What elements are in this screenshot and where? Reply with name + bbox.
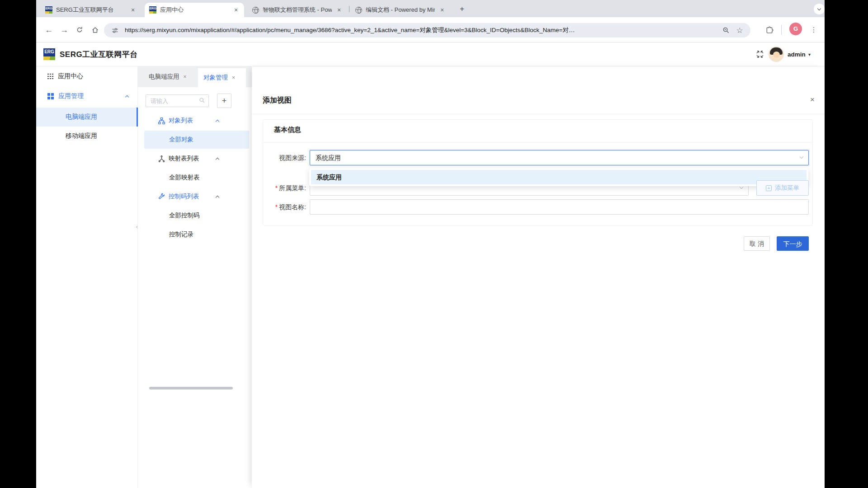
tab-title: 编辑文档 - Powered by MinDo xyxy=(366,6,435,14)
tab-title: 智物联文档管理系统 - Powered xyxy=(263,6,332,14)
sidebar-item-mobile-apps[interactable]: 移动端应用 xyxy=(36,127,138,145)
tab-close-icon[interactable]: × xyxy=(335,6,343,14)
new-tab-button[interactable]: + xyxy=(457,4,467,14)
site-info-icon[interactable] xyxy=(109,25,120,36)
address-bar[interactable]: https://serg.mixyun.com/mixapplication/#… xyxy=(104,23,750,38)
view-source-label: 视图来源: xyxy=(263,150,306,165)
view-name-input[interactable] xyxy=(310,199,809,215)
workspace-tab-pc-apps[interactable]: 电脑端应用 × xyxy=(143,66,192,87)
zoom-icon[interactable] xyxy=(721,25,731,36)
browser-profile-avatar[interactable]: G xyxy=(789,23,802,35)
parent-menu-label: *所属菜单: xyxy=(263,180,306,196)
erg-favicon: ERG xyxy=(45,6,52,14)
user-caret-icon: ▾ xyxy=(808,42,811,66)
cancel-button[interactable]: 取 消 xyxy=(744,236,770,251)
fullscreen-icon xyxy=(756,50,764,58)
app-title: SERG工业互联网平台 xyxy=(60,42,138,66)
chevron-down-icon xyxy=(800,155,803,159)
card-divider xyxy=(263,142,812,143)
chevron-up-icon[interactable] xyxy=(216,195,219,199)
browser-window: ERG SERG工业互联网平台 × ERG 应用中心 × 智物联文档管理系统 -… xyxy=(36,0,825,488)
plus-square-icon: + xyxy=(766,185,772,191)
add-node-button[interactable]: + xyxy=(217,94,231,108)
tab-close-icon[interactable]: × xyxy=(439,6,446,14)
workspace-tabbar: 电脑端应用 × 对象管理 × xyxy=(138,66,252,87)
sidebar-item-app-center[interactable]: 应用中心 xyxy=(36,66,138,86)
browser-tab-edit-doc[interactable]: 编辑文档 - Powered by MinDo × xyxy=(351,3,450,17)
home-icon xyxy=(91,26,99,34)
chevron-up-icon[interactable] xyxy=(216,157,219,161)
appstore-icon xyxy=(47,93,54,99)
search-icon xyxy=(199,97,205,103)
bookmark-star-icon[interactable]: ☆ xyxy=(734,25,745,36)
tree-item-all-control-codes[interactable]: 全部控制码 xyxy=(138,206,252,225)
wrench-icon xyxy=(158,193,165,200)
tree-section-mapping-list[interactable]: 映射表列表 xyxy=(138,150,252,168)
tab-title: 应用中心 xyxy=(160,6,229,14)
tree-item-control-records[interactable]: 控制记录 xyxy=(138,225,252,244)
tree-section-object-list[interactable]: 对象列表 xyxy=(138,112,252,130)
url-text: https://serg.mixyun.com/mixapplication/#… xyxy=(125,26,721,34)
forward-button[interactable]: → xyxy=(58,23,71,36)
erg-favicon: ERG xyxy=(149,6,156,14)
sidebar-item-pc-apps[interactable]: 电脑端应用 xyxy=(36,108,138,127)
workspace-tab-object-manage[interactable]: 对象管理 × xyxy=(198,68,246,87)
drawer-close-button[interactable]: × xyxy=(807,94,818,105)
browser-toolbar: ← → https://serg.mixyun.com/mixapplicati… xyxy=(36,17,825,42)
sitemap-icon xyxy=(158,117,165,124)
puzzle-icon xyxy=(766,26,774,34)
drawer-divider xyxy=(252,114,825,114)
browser-tabstrip: ERG SERG工业互联网平台 × ERG 应用中心 × 智物联文档管理系统 -… xyxy=(36,0,825,17)
grid-icon xyxy=(47,74,53,80)
user-name[interactable]: admin xyxy=(788,42,806,66)
app-header: ERG SERG工业互联网平台 admin ▾ xyxy=(36,42,825,66)
next-step-button[interactable]: 下一步 xyxy=(777,236,809,251)
tab-title: SERG工业互联网平台 xyxy=(56,6,126,14)
add-menu-button[interactable]: + 添加菜单 xyxy=(756,180,809,196)
back-button[interactable]: ← xyxy=(42,23,55,36)
user-avatar[interactable] xyxy=(769,47,784,62)
browser-tab-docs[interactable]: 智物联文档管理系统 - Powered × xyxy=(248,3,347,17)
view-source-select[interactable]: 系统应用 xyxy=(310,150,809,165)
tree-item-all-objects[interactable]: 全部对象 xyxy=(138,131,252,149)
object-tree-panel: + 对象列表 全部对象 映射表列表 全部映射表 xyxy=(138,87,252,393)
browser-tab-serg[interactable]: ERG SERG工业互联网平台 × xyxy=(41,3,141,17)
section-title: 基本信息 xyxy=(274,126,301,134)
tree-section-control-code-list[interactable]: 控制码列表 xyxy=(138,188,252,206)
horizontal-scrollbar[interactable] xyxy=(149,387,233,389)
drawer-title: 添加视图 xyxy=(263,96,292,105)
extensions-button[interactable] xyxy=(763,23,776,36)
tab-close-icon[interactable]: × xyxy=(232,75,235,81)
tab-close-icon[interactable]: × xyxy=(184,74,187,80)
view-name-label: *视图名称: xyxy=(263,199,306,215)
browser-menu-button[interactable]: ⋮ xyxy=(807,23,820,36)
chevron-up-icon[interactable] xyxy=(216,119,219,123)
tree-item-all-mappings[interactable]: 全部映射表 xyxy=(138,169,252,187)
toolbar-separator xyxy=(781,25,782,35)
sidebar-item-app-manage[interactable]: 应用管理 xyxy=(36,86,138,106)
reload-button[interactable] xyxy=(73,23,86,36)
dropdown-option-system-app[interactable]: 系统应用 xyxy=(311,170,807,184)
tab-search-button[interactable] xyxy=(814,4,825,14)
globe-favicon xyxy=(252,7,259,14)
app-logo: ERG xyxy=(43,48,55,60)
tab-close-icon[interactable]: × xyxy=(129,6,137,14)
fullscreen-button[interactable] xyxy=(756,50,764,58)
reload-icon xyxy=(76,26,83,33)
main-sidebar: 应用中心 应用管理 电脑端应用 移动端应用 xyxy=(36,66,138,488)
tab-close-icon[interactable]: × xyxy=(232,6,240,14)
chevron-down-icon xyxy=(817,6,821,10)
chevron-up-icon xyxy=(125,95,129,99)
globe-favicon xyxy=(355,7,362,14)
add-view-drawer: 添加视图 × 基本信息 视图来源: 系统应用 *所属菜单: + 添加菜单 xyxy=(252,66,825,488)
screen: ERG SERG工业互联网平台 × ERG 应用中心 × 智物联文档管理系统 -… xyxy=(0,0,868,488)
branch-icon xyxy=(158,155,165,162)
view-source-dropdown: 系统应用 xyxy=(309,168,808,186)
home-button[interactable] xyxy=(89,23,101,36)
browser-tab-app-center[interactable]: ERG 应用中心 × xyxy=(145,3,244,17)
tab-separator xyxy=(349,6,349,12)
